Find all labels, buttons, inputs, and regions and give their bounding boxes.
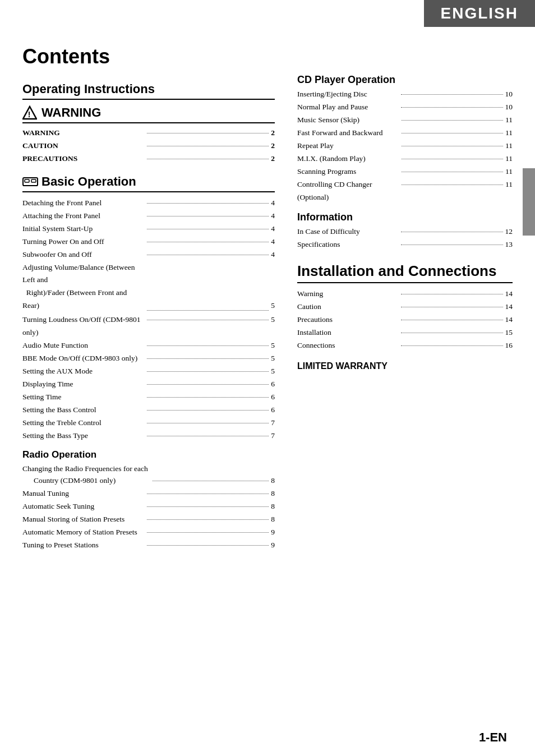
limited-warranty-heading: LIMITED WARRANTY — [297, 361, 513, 371]
toc-subwoofer: Subwoofer On and Off 4 — [22, 248, 275, 261]
side-tab — [523, 168, 535, 236]
toc-install-warning: Warning 14 — [297, 288, 513, 301]
toc-scanning: Scanning Programs 11 — [297, 165, 513, 178]
information-heading: Information — [297, 211, 513, 223]
svg-rect-4 — [31, 179, 36, 182]
toc-auto-seek: Automatic Seek Tuning 8 — [22, 500, 275, 513]
right-column: CD Player Operation Inserting/Ejecting D… — [297, 74, 513, 552]
toc-normal-play: Normal Play and Pause 10 — [297, 101, 513, 114]
toc-fast-forward: Fast Forward and Backward 11 — [297, 127, 513, 140]
basic-toc-list: Detaching the Front Panel 4 Attaching th… — [22, 197, 275, 442]
page-number-footer: 1-EN — [479, 730, 507, 745]
svg-text:!: ! — [28, 110, 31, 119]
basic-operation-heading: Basic Operation — [22, 174, 275, 192]
toc-attach-panel: Attaching the Front Panel 4 — [22, 210, 275, 223]
toc-manual-storing: Manual Storing of Station Presets 8 — [22, 513, 275, 526]
toc-bass-control: Setting the Bass Control 6 — [22, 404, 275, 417]
toc-bass-type: Setting the Bass Type 7 — [22, 430, 275, 442]
toc-caution: CAUTION 2 — [22, 140, 275, 153]
toc-repeat-play: Repeat Play 11 — [297, 140, 513, 153]
info-toc-list: In Case of Difficulty 12 Specifications … — [297, 225, 513, 251]
operating-instructions-label: Operating Instructions — [22, 82, 155, 96]
toc-radio-freq-country: Country (CDM-9801 only) 8 — [22, 474, 275, 487]
toc-treble-control: Setting the Treble Control 7 — [22, 417, 275, 430]
warning-toc-list: WARNING 2 CAUTION 2 PRECAUTIONS 2 — [22, 127, 275, 165]
toc-radio-freq-label: Changing the Radio Frequencies for each — [22, 463, 275, 475]
left-column: Operating Instructions ! WARNING WARNING… — [22, 74, 275, 552]
toc-detach-panel: Detaching the Front Panel 4 — [22, 197, 275, 210]
toc-install-caution: Caution 14 — [297, 301, 513, 314]
english-banner: ENGLISH — [424, 0, 535, 27]
toc-audio-mute: Audio Mute Function 5 — [22, 339, 275, 352]
svg-rect-3 — [25, 179, 29, 182]
install-toc-list: Warning 14 Caution 14 Precautions 14 Ins… — [297, 288, 513, 352]
toc-aux-mode: Setting the AUX Mode 5 — [22, 365, 275, 378]
toc-mix-random: M.I.X. (Random Play) 11 — [297, 153, 513, 165]
toc-precautions: PRECAUTIONS 2 — [22, 153, 275, 165]
cd-toc-list: Inserting/Ejecting Disc 10 Normal Play a… — [297, 88, 513, 204]
toc-tuning-preset: Tuning to Preset Stations 9 — [22, 539, 275, 552]
toc-power-on-off: Turning Power On and Off 4 — [22, 236, 275, 248]
installation-connections-heading: Installation and Connections — [297, 262, 513, 283]
toc-setting-time: Setting Time 6 — [22, 391, 275, 404]
svg-rect-2 — [23, 178, 38, 186]
radio-toc-list: Changing the Radio Frequencies for each … — [22, 463, 275, 552]
toc-installation: Installation 15 — [297, 326, 513, 339]
contents-title: Contents — [22, 45, 513, 68]
toc-specifications: Specifications 13 — [297, 238, 513, 251]
toc-loudness: Turning Loudness On/Off (CDM-9801 only) … — [22, 314, 275, 339]
cd-player-operation-heading: CD Player Operation — [297, 74, 513, 86]
warning-triangle-icon: ! — [22, 105, 37, 120]
toc-cd-changer: Controlling CD Changer (Optional) 11 — [297, 178, 513, 204]
basic-operation-icon — [22, 176, 37, 188]
toc-insert-eject: Inserting/Ejecting Disc 10 — [297, 88, 513, 101]
toc-initial-startup: Initial System Start-Up 4 — [22, 223, 275, 236]
toc-music-sensor: Music Sensor (Skip) 11 — [297, 114, 513, 127]
operating-instructions-heading: Operating Instructions — [22, 82, 275, 100]
toc-warning: WARNING 2 — [22, 127, 275, 140]
toc-manual-tuning: Manual Tuning 8 — [22, 487, 275, 500]
toc-in-case-difficulty: In Case of Difficulty 12 — [297, 225, 513, 238]
warning-heading: ! WARNING — [22, 105, 275, 123]
toc-bbe-mode: BBE Mode On/Off (CDM-9803 only) 5 — [22, 352, 275, 365]
toc-displaying-time: Displaying Time 6 — [22, 378, 275, 391]
toc-adjust-volume: Adjusting Volume/Balance (Between Left a… — [22, 261, 275, 313]
warning-section-label: WARNING — [41, 105, 101, 120]
toc-auto-memory: Automatic Memory of Station Presets 9 — [22, 526, 275, 539]
toc-connections: Connections 16 — [297, 339, 513, 352]
radio-operation-heading: Radio Operation — [22, 449, 275, 460]
basic-operation-label: Basic Operation — [41, 174, 136, 189]
toc-install-precautions: Precautions 14 — [297, 314, 513, 326]
